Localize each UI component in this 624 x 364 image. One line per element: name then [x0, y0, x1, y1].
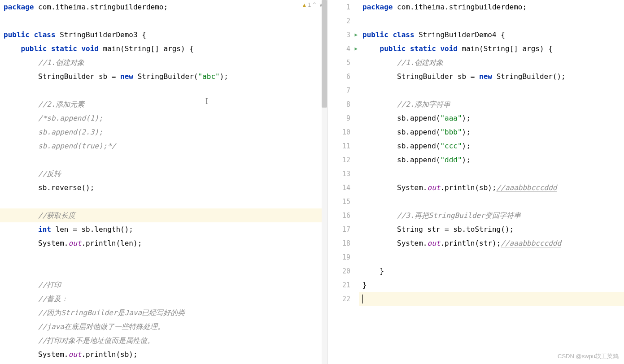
code-line[interactable]: sb.append("aaa");: [359, 111, 624, 125]
left-editor-pane[interactable]: ▲ 1 ^ ∨ I package com.itheima.stringbuil…: [0, 0, 327, 364]
code-line[interactable]: StringBuilder sb = new StringBuilder("ab…: [0, 69, 327, 83]
watermark: CSDN @swpu软工菜鸡: [558, 352, 619, 360]
scrollbar-thumb[interactable]: [322, 0, 327, 108]
code-line[interactable]: //反转: [0, 167, 327, 181]
code-line[interactable]: sb.append(true);*/: [0, 139, 327, 153]
code-line[interactable]: [359, 83, 624, 97]
code-line[interactable]: //获取长度: [0, 208, 327, 222]
code-line[interactable]: //1.创建对象: [0, 56, 327, 69]
code-line[interactable]: String str = sb.toString();: [359, 222, 624, 236]
warning-count: 1: [308, 2, 311, 8]
line-number: 18: [327, 236, 358, 250]
code-line[interactable]: int len = sb.length();: [0, 222, 327, 236]
line-number: 16: [327, 208, 358, 222]
code-line[interactable]: [0, 83, 327, 97]
code-line[interactable]: [0, 14, 327, 28]
code-line[interactable]: [359, 292, 624, 306]
code-line[interactable]: package com.itheima.stringbuilderdemo;: [359, 0, 624, 14]
code-line[interactable]: //2.添加字符串: [359, 97, 624, 111]
code-line[interactable]: public static void main(String[] args) {: [359, 42, 624, 56]
run-gutter-icon[interactable]: ▶: [354, 32, 358, 38]
line-number: 3▶: [327, 28, 358, 42]
code-line[interactable]: [0, 250, 327, 264]
line-number: 2: [327, 14, 358, 28]
code-line[interactable]: sb.reverse();: [0, 181, 327, 195]
code-line[interactable]: public class StringBuilderDemo3 {: [0, 28, 327, 42]
line-number: 17: [327, 222, 358, 236]
code-line[interactable]: //打印: [0, 278, 327, 292]
gutter: 123▶4▶5678910111213141516171819202122: [327, 0, 359, 364]
inspection-nav[interactable]: ^ ∨: [313, 2, 323, 8]
code-line[interactable]: System.out.println(str);//aaabbbcccddd: [359, 236, 624, 250]
code-line[interactable]: System.out.println(sb);: [0, 347, 327, 361]
text-cursor-icon: I: [205, 97, 208, 106]
code-line[interactable]: [359, 250, 624, 264]
line-number: 22: [327, 292, 358, 306]
code-line[interactable]: [359, 167, 624, 181]
line-number: 12: [327, 153, 358, 167]
code-line[interactable]: }: [359, 264, 624, 278]
line-number: 8: [327, 97, 358, 111]
code-line[interactable]: sb.append("ccc");: [359, 139, 624, 153]
code-line[interactable]: package com.itheima.stringbuilderdemo;: [0, 0, 327, 14]
line-number: 9: [327, 111, 358, 125]
warning-icon: ▲: [303, 2, 306, 8]
line-number: 6: [327, 69, 358, 83]
code-line[interactable]: System.out.println(sb);//aaabbbcccddd: [359, 181, 624, 195]
code-line[interactable]: public static void main(String[] args) {: [0, 42, 327, 56]
code-line[interactable]: [359, 195, 624, 208]
line-number: 19: [327, 250, 358, 264]
code-line[interactable]: }: [359, 278, 624, 292]
code-line[interactable]: //打印对象不是地址值而是属性值。: [0, 334, 327, 347]
left-code-area[interactable]: package com.itheima.stringbuilderdemo; p…: [0, 0, 327, 361]
line-number: 5: [327, 56, 358, 69]
code-line[interactable]: StringBuilder sb = new StringBuilder();: [359, 69, 624, 83]
line-number: 11: [327, 139, 358, 153]
code-line[interactable]: //java在底层对他做了一些特殊处理。: [0, 320, 327, 334]
code-line[interactable]: [0, 264, 327, 278]
code-line[interactable]: System.out.println(len);: [0, 236, 327, 250]
inspection-badge[interactable]: ▲ 1 ^ ∨: [303, 2, 323, 8]
code-line[interactable]: //3.再把StringBuilder变回字符串: [359, 208, 624, 222]
line-number: 4▶: [327, 42, 358, 56]
line-number: 13: [327, 167, 358, 181]
line-number: 20: [327, 264, 358, 278]
run-gutter-icon[interactable]: ▶: [354, 46, 358, 52]
line-number: 14: [327, 181, 358, 195]
code-line[interactable]: [0, 195, 327, 208]
code-line[interactable]: //1.创建对象: [359, 56, 624, 69]
code-line[interactable]: [359, 14, 624, 28]
code-line[interactable]: sb.append("ddd");: [359, 153, 624, 167]
code-line[interactable]: //普及：: [0, 292, 327, 306]
right-code-area[interactable]: package com.itheima.stringbuilderdemo; p…: [359, 0, 624, 306]
code-line[interactable]: public class StringBuilderDemo4 {: [359, 28, 624, 42]
code-line[interactable]: //因为StringBuilder是Java已经写好的类: [0, 306, 327, 320]
scrollbar-track[interactable]: [322, 0, 327, 364]
line-number: 21: [327, 278, 358, 292]
code-line[interactable]: [0, 153, 327, 167]
line-number: 10: [327, 125, 358, 139]
code-line[interactable]: /*sb.append(1);: [0, 111, 327, 125]
line-number: 7: [327, 83, 358, 97]
line-number: 15: [327, 195, 358, 208]
code-line[interactable]: sb.append(2.3);: [0, 125, 327, 139]
caret: [362, 295, 363, 303]
code-line[interactable]: sb.append("bbb");: [359, 125, 624, 139]
right-editor-pane[interactable]: package com.itheima.stringbuilderdemo; p…: [359, 0, 624, 364]
line-number: 1: [327, 0, 358, 14]
code-line[interactable]: //2.添加元素: [0, 97, 327, 111]
